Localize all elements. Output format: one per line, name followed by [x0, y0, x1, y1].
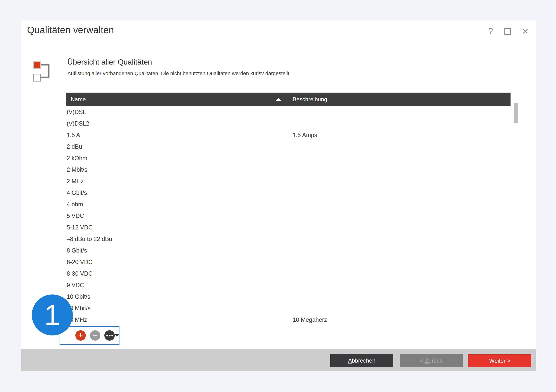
sort-ascending-icon	[276, 98, 281, 101]
table-bottom-border	[66, 326, 517, 326]
cell-name: 1.5 A	[67, 131, 80, 138]
cell-name: 9 VDC	[67, 282, 84, 288]
table-row[interactable]: 5 VDC	[66, 210, 510, 222]
help-icon[interactable]: ?	[488, 27, 493, 36]
cell-name: 2 MHz	[67, 178, 84, 184]
remove-quality-button[interactable]: −	[90, 330, 100, 341]
cell-name: –8 dBu to 22 dBu	[67, 235, 112, 242]
table-body: (V)DSL (V)DSL2 1.5 A 1.5 Amps 2 dBu	[66, 106, 510, 325]
minus-icon: −	[93, 331, 98, 339]
column-header-name[interactable]: Name	[71, 96, 86, 103]
cell-name: (V)DSL	[67, 108, 86, 115]
dialog-title: Qualitäten verwalten	[27, 25, 114, 35]
cell-name: 10 Gbit/s	[67, 293, 90, 300]
cell-name: 2 dBu	[67, 143, 82, 150]
table-row[interactable]: (V)DSL	[66, 106, 510, 118]
next-button[interactable]: Weiter >	[468, 354, 531, 367]
column-header-description[interactable]: Beschreibung	[293, 96, 327, 103]
table-row[interactable]: 2 dBu	[66, 141, 510, 152]
cell-name: 2 Mbit/s	[67, 166, 87, 173]
table-row[interactable]: 10 Mbit/s	[66, 302, 510, 314]
table-row[interactable]: 8 Gbit/s	[66, 245, 510, 256]
page-title: Übersicht aller Qualitäten	[67, 58, 152, 66]
cell-description: 10 Megaherz	[293, 316, 327, 323]
table-row[interactable]: 8-20 VDC	[66, 256, 510, 268]
cell-name: 2 kOhm	[67, 154, 87, 161]
table-header-row: Name Beschreibung	[66, 92, 510, 106]
table-row[interactable]: 2 MHz	[66, 175, 510, 187]
annotation-step-badge: 1	[32, 294, 73, 335]
cell-description: 1.5 Amps	[293, 131, 317, 138]
table-row[interactable]: 2 Mbit/s	[66, 164, 510, 175]
back-button[interactable]: < Zurück	[400, 354, 463, 367]
cell-name: 5 VDC	[67, 212, 84, 219]
table-row[interactable]: 5-12 VDC	[66, 222, 510, 233]
close-icon[interactable]: ✕	[522, 27, 529, 35]
qualities-table: Name Beschreibung (V)DSL (V)DSL2 1.5 A 1…	[66, 92, 510, 325]
cell-name: 5-12 VDC	[67, 224, 93, 231]
annotation-highlight-box: + −	[60, 326, 119, 345]
table-row[interactable]: 10 Gbit/s	[66, 291, 510, 302]
cell-name: 8 Gbit/s	[67, 247, 87, 254]
table-scrollbar-thumb[interactable]	[514, 103, 517, 123]
more-actions-button[interactable]	[104, 330, 115, 341]
table-row[interactable]: 4 ohm	[66, 198, 510, 210]
plus-icon: +	[78, 331, 83, 339]
add-quality-button[interactable]: +	[75, 330, 86, 341]
cell-name: 4 Gbit/s	[67, 189, 87, 196]
step-icon-connector	[41, 64, 49, 78]
cell-name: 8-30 VDC	[67, 270, 93, 277]
page-subtitle: Auflistung aller vorhandenen Qualitäten.…	[67, 70, 291, 77]
maximize-icon[interactable]	[504, 28, 511, 35]
table-row[interactable]: 1.5 A 1.5 Amps	[66, 129, 510, 141]
dropdown-caret-icon[interactable]	[115, 334, 119, 337]
dialog-qualitaeten-verwalten: Qualitäten verwalten ? ✕ Übersicht aller…	[21, 21, 536, 371]
table-row[interactable]: 2 kOhm	[66, 152, 510, 164]
table-row[interactable]: 8-30 VDC	[66, 268, 510, 279]
table-row[interactable]: 4 Gbit/s	[66, 187, 510, 198]
table-row[interactable]: 9 VDC	[66, 279, 510, 291]
step-icon-active-square	[33, 61, 41, 69]
annotation-step-number: 1	[44, 299, 60, 331]
footer-bar: Abbrechen < Zurück Weiter >	[21, 349, 536, 371]
table-row[interactable]: 10 MHz 10 Megaherz	[66, 314, 510, 325]
cell-name: 4 ohm	[67, 201, 83, 208]
step-icon-inactive-square	[33, 74, 41, 82]
window-controls: ? ✕	[488, 27, 529, 36]
cell-name: 8-20 VDC	[67, 258, 93, 265]
table-row[interactable]: –8 dBu to 22 dBu	[66, 233, 510, 245]
cancel-button[interactable]: Abbrechen	[330, 354, 393, 367]
table-row[interactable]: (V)DSL2	[66, 118, 510, 129]
cell-name: (V)DSL2	[67, 120, 89, 127]
ellipsis-icon	[106, 335, 113, 336]
